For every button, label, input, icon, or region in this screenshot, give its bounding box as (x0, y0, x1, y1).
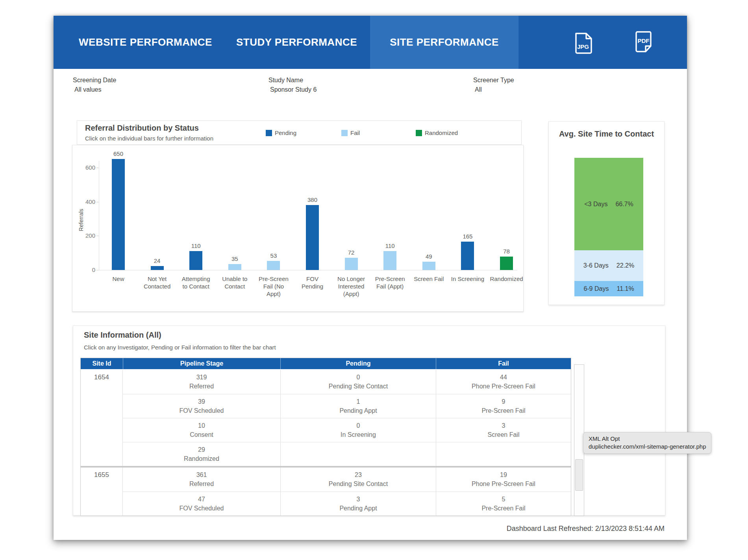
tab-website-performance[interactable]: WEBSITE PERFORMANCE (79, 16, 212, 69)
cell-pending[interactable]: 1 Pending Appt (280, 394, 436, 418)
y-tick-label: 200 (79, 232, 95, 239)
cell-pipeline-stage[interactable]: 29 Randomized (123, 442, 280, 466)
pdf-icon-label: PDF (638, 37, 650, 44)
table-row: 47 FOV Scheduled3 Pending Appt5 Pre-Scre… (123, 492, 571, 516)
column-header-fail[interactable]: Fail (436, 358, 571, 369)
table-row: 319 Referred0 Pending Site Contact44 Pho… (123, 370, 571, 394)
bar-value-fov-pending: 380 (299, 196, 326, 203)
cell-pending[interactable]: 3 Pending Appt (280, 492, 436, 516)
column-header-pipeline-stage[interactable]: Pipeline Stage (123, 358, 280, 369)
bar-category-fov-pending: FOV Pending (292, 275, 333, 290)
bar-new[interactable] (112, 159, 125, 270)
bar-category-not-yet-contacted: Not Yet Contacted (136, 275, 178, 290)
cell-pipeline-stage[interactable]: 319 Referred (123, 370, 280, 394)
bar-category-attempting-to-contact: Attempting to Contact (175, 275, 217, 290)
pdf-export-icon[interactable]: PDF (633, 31, 654, 54)
legend-item-fail[interactable]: Fail (341, 129, 360, 136)
column-header-site-id[interactable]: Site Id (81, 358, 123, 369)
site-group-rows: 319 Referred0 Pending Site Contact44 Pho… (123, 370, 571, 466)
filter-screener-type[interactable]: Screener Type All (473, 77, 514, 93)
cell-pending[interactable] (280, 442, 436, 466)
y-tick-mark (96, 270, 99, 270)
site-id-cell[interactable]: 1655 (81, 468, 123, 516)
cell-fail[interactable]: 44 Phone Pre-Screen Fail (436, 370, 571, 394)
bar-category-pre-screen-fail-appt: Pre-Screen Fail (Appt) (369, 275, 411, 290)
navbar: WEBSITE PERFORMANCESTUDY PERFORMANCESITE… (54, 16, 687, 69)
filter-study-name[interactable]: Study Name Sponsor Study 6 (268, 77, 317, 93)
y-axis-title: Referrals (78, 206, 84, 234)
x-axis-line (99, 270, 517, 270)
tab-study-performance[interactable]: STUDY PERFORMANCE (236, 16, 357, 69)
segment-label: 6-9 Days (583, 285, 609, 292)
filter-value[interactable]: Sponsor Study 6 (270, 86, 317, 93)
tooltip-line-1: XML Alt Opt (589, 435, 706, 443)
cell-pipeline-stage[interactable]: 47 FOV Scheduled (123, 492, 280, 516)
cell-fail[interactable]: 9 Pre-Screen Fail (436, 394, 571, 418)
dashboard-window: WEBSITE PERFORMANCESTUDY PERFORMANCESITE… (54, 16, 687, 540)
cell-pending[interactable]: 0 Pending Site Contact (280, 370, 436, 394)
segment-label: 3-6 Days (583, 262, 609, 269)
bar-in-screening[interactable] (461, 242, 474, 270)
cell-pipeline-stage[interactable]: 39 FOV Scheduled (123, 394, 280, 418)
legend-label: Randomized (425, 129, 458, 136)
referral-chart-header: Referral Distribution by Status Click on… (77, 120, 522, 145)
bar-value-not-yet-contacted: 24 (143, 257, 171, 264)
cell-pipeline-stage[interactable]: 361 Referred (123, 468, 280, 492)
bar-pre-screen-fail-appt[interactable] (383, 251, 396, 270)
site-table-subtitle: Click on any Investigator, Pending or Fa… (84, 344, 276, 351)
bar-screen-fail[interactable] (422, 262, 435, 270)
time-to-contact-title: Avg. Site Time to Contact (549, 129, 664, 139)
cell-fail[interactable]: 5 Pre-Screen Fail (436, 492, 571, 516)
segment-percent: 66.7% (615, 201, 633, 208)
table-row: 39 FOV Scheduled1 Pending Appt9 Pre-Scre… (123, 394, 571, 418)
site-group-1654: 1654319 Referred0 Pending Site Contact44… (81, 370, 571, 466)
bar-randomized[interactable] (500, 257, 513, 270)
legend-swatch-pending (266, 130, 272, 136)
table-row: 29 Randomized (123, 442, 571, 466)
filter-value[interactable]: All values (74, 86, 116, 93)
cell-pending[interactable]: 0 In Screening (280, 418, 436, 442)
bar-fov-pending[interactable] (306, 205, 319, 270)
bar-attempting-to-contact[interactable] (189, 251, 202, 270)
bar-unable-to-contact[interactable] (228, 264, 241, 270)
legend-swatch-fail (341, 130, 348, 136)
segment-3-days[interactable]: <3 Days66.7% (574, 158, 643, 250)
referral-chart-title: Referral Distribution by Status (85, 124, 199, 133)
bar-value-no-longer-interested-appt: 72 (337, 249, 365, 256)
cell-fail[interactable] (436, 442, 571, 466)
tab-site-performance[interactable]: SITE PERFORMANCE (370, 16, 518, 69)
segment-percent: 22.2% (617, 262, 634, 269)
site-table-header-row: Site IdPipeline StagePendingFail (81, 358, 571, 370)
legend-item-pending[interactable]: Pending (266, 129, 296, 136)
segment-6-9-days[interactable]: 6-9 Days11.1% (574, 281, 643, 296)
bar-not-yet-contacted[interactable] (151, 266, 164, 270)
filter-label: Screening Date (73, 77, 116, 84)
segment-3-6-days[interactable]: 3-6 Days22.2% (574, 250, 643, 281)
bar-value-screen-fail: 49 (415, 253, 443, 260)
segment-label: <3 Days (584, 201, 607, 208)
tooltip-line-2: duplichecker.com/xml-sitemap-generator.p… (589, 443, 706, 451)
cell-pipeline-stage[interactable]: 10 Consent (123, 418, 280, 442)
cell-fail[interactable]: 19 Phone Pre-Screen Fail (436, 468, 571, 492)
column-header-pending[interactable]: Pending (280, 358, 436, 369)
time-to-contact-stacked-bar: <3 Days66.7%3-6 Days22.2%6-9 Days11.1% (574, 158, 643, 296)
filter-value[interactable]: All (475, 86, 514, 93)
last-refreshed-text: Dashboard Last Refreshed: 2/13/2023 8:51… (507, 525, 665, 533)
site-id-cell[interactable]: 1654 (81, 370, 123, 466)
table-row: 361 Referred23 Pending Site Contact19 Ph… (123, 468, 571, 492)
site-table-title: Site Information (All) (84, 331, 161, 340)
bar-pre-screen-fail-no-appt[interactable] (267, 261, 280, 270)
table-scrollbar-thumb[interactable] (575, 459, 583, 491)
cell-pending[interactable]: 23 Pending Site Contact (280, 468, 436, 492)
segment-percent: 11.1% (617, 285, 634, 292)
y-tick-mark (96, 168, 99, 168)
bar-no-longer-interested-appt[interactable] (345, 258, 358, 270)
cell-fail[interactable]: 3 Screen Fail (436, 418, 571, 442)
link-tooltip: XML Alt Opt duplichecker.com/xml-sitemap… (583, 432, 711, 454)
y-tick-label: 600 (79, 164, 95, 171)
filter-screening-date[interactable]: Screening Date All values (73, 77, 116, 93)
legend-item-randomized[interactable]: Randomized (416, 129, 458, 136)
jpg-export-icon[interactable]: JPG (573, 31, 594, 54)
bar-category-new: New (98, 275, 139, 283)
filter-label: Screener Type (473, 77, 514, 84)
